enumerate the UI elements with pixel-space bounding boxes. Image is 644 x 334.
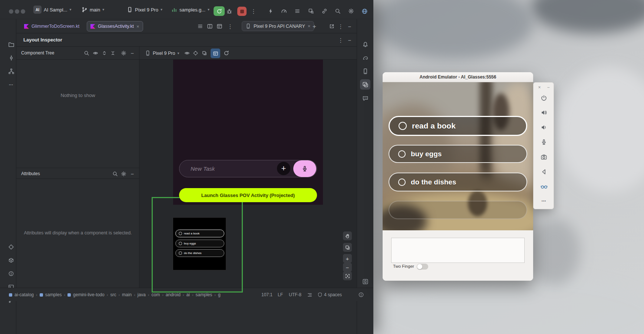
volume-down-button[interactable] <box>539 122 549 133</box>
device-mirroring-button[interactable] <box>320 7 329 16</box>
launch-glasses-button[interactable]: Launch Glasses POV Activity (Projected) <box>179 188 317 202</box>
project-tool-button[interactable] <box>6 39 16 50</box>
layer-spacing-button[interactable] <box>343 243 352 252</box>
zoom-in-button[interactable]: + <box>343 254 352 263</box>
hide-device-pane-button[interactable]: − <box>345 22 354 31</box>
device-selector-widget[interactable]: Pixel 9 Pro ▾ <box>125 5 165 14</box>
inspections-widget[interactable] <box>358 288 364 301</box>
search-everywhere-button[interactable] <box>333 7 342 16</box>
stop-button[interactable] <box>237 7 247 16</box>
emulator-mic-button[interactable] <box>539 137 549 147</box>
assistant-tool-button[interactable] <box>360 93 370 103</box>
close-tab-icon[interactable]: × <box>136 24 139 29</box>
glasses-todo-item[interactable]: do the dishes <box>175 249 224 257</box>
inspector-device-selector[interactable]: Pixel 9 Pro ▾ <box>143 49 181 58</box>
breadcrumb-item[interactable]: gemini-live-todo <box>73 292 105 297</box>
attach-debugger-button[interactable] <box>266 7 275 16</box>
toolbar-more-button[interactable]: ⋮ <box>249 7 258 16</box>
project-widget[interactable]: AI AI Sampl... ▾ <box>31 5 74 14</box>
preview-layout-button[interactable] <box>215 22 224 31</box>
running-device-tab[interactable]: Pixel 9 Pro API CANARY × <box>242 21 314 31</box>
close-toolbar-button[interactable]: × <box>536 84 542 90</box>
volume-up-button[interactable] <box>539 107 549 118</box>
more-tools-button[interactable]: ••• <box>6 79 16 90</box>
emulator-back-button[interactable] <box>539 167 549 177</box>
zoom-to-fit-button[interactable] <box>343 271 352 280</box>
run-config-widget[interactable]: samples.g... ▾ <box>169 5 212 14</box>
close-window-button[interactable] <box>9 9 13 14</box>
tab-glassesactivity[interactable]: GlassesActivity.kt × <box>87 21 143 31</box>
commit-tool-button[interactable] <box>6 53 16 63</box>
breadcrumb-item[interactable]: g <box>218 292 221 297</box>
breadcrumb-item[interactable]: ai-catalog <box>14 292 34 297</box>
hide-inspector-button[interactable]: − <box>345 36 354 44</box>
todo-item[interactable]: do the dishes <box>389 173 527 191</box>
device-manager-button[interactable] <box>360 66 370 76</box>
tree-search-button[interactable] <box>82 49 91 57</box>
maximize-window-button[interactable] <box>21 9 25 14</box>
encoding-indicator[interactable]: UTF-8 <box>289 288 301 301</box>
todo-item-selected[interactable]: read a book <box>389 116 527 136</box>
add-task-button[interactable]: + <box>277 162 290 175</box>
device-pane-options-button[interactable]: ⋮ <box>336 22 345 31</box>
tree-filter-button[interactable] <box>91 49 100 57</box>
breadcrumb-item[interactable]: com <box>151 292 160 297</box>
meet-tool-button[interactable] <box>6 242 16 252</box>
glasses-todo-item[interactable]: buy eggs <box>175 240 224 247</box>
profiler-button[interactable] <box>280 7 288 16</box>
open-in-window-button[interactable] <box>327 22 336 31</box>
trackpad-area[interactable] <box>391 238 525 263</box>
app-inspection-button[interactable] <box>307 7 316 16</box>
todo-item[interactable]: buy eggs <box>389 145 527 163</box>
hide-attributes-button[interactable]: − <box>128 169 137 178</box>
structure-tool-button[interactable] <box>6 66 16 76</box>
voice-input-button[interactable] <box>293 160 316 177</box>
todo-checkbox-icon[interactable] <box>398 150 406 158</box>
logcat-button[interactable] <box>293 7 302 16</box>
two-finger-toggle[interactable] <box>417 264 428 270</box>
profile-button[interactable] <box>360 7 369 16</box>
tab-options-button[interactable]: ⋮ <box>226 22 235 31</box>
minimize-window-button[interactable] <box>15 9 19 14</box>
expand-all-button[interactable] <box>100 49 109 57</box>
layout-inspector-tool-button[interactable] <box>360 79 370 90</box>
rerun-button[interactable] <box>214 6 225 16</box>
split-editor-button[interactable] <box>205 22 214 31</box>
hide-tree-button[interactable]: − <box>128 49 137 57</box>
breadcrumb-item[interactable]: samples <box>196 292 212 297</box>
notifications-button[interactable] <box>360 39 370 50</box>
emulator-titlebar[interactable]: Android Emulator - AI_Glasses:5556 <box>383 72 533 82</box>
tab-glimmertodoscreen[interactable]: GlimmerToDoScreen.kt <box>21 21 83 31</box>
attributes-search-button[interactable] <box>110 169 119 178</box>
view-options-button[interactable] <box>182 49 191 57</box>
editor-list-button[interactable] <box>196 22 205 31</box>
zoom-out-button[interactable]: − <box>343 263 352 272</box>
add-device-tab-button[interactable]: + <box>310 22 319 31</box>
breadcrumb-item[interactable]: samples <box>45 292 62 297</box>
breadcrumb-item[interactable]: ai <box>186 292 190 297</box>
toggle-3d-mode-button[interactable] <box>211 49 220 58</box>
breadcrumb-item[interactable]: java <box>138 292 146 297</box>
breadcrumb-item[interactable]: android <box>166 292 181 297</box>
breadcrumb-item[interactable]: src <box>110 292 116 297</box>
minimize-toolbar-button[interactable]: − <box>545 84 551 90</box>
indent-indicator[interactable]: 4 spaces <box>317 288 342 301</box>
refresh-view-button[interactable] <box>222 49 231 57</box>
collapse-all-button[interactable] <box>108 49 117 57</box>
emulator-power-button[interactable] <box>539 93 549 103</box>
todo-checkbox-icon[interactable] <box>399 122 407 130</box>
glasses-mode-button[interactable] <box>539 181 549 191</box>
emulator-screen[interactable]: read a book buy eggs do the dishes <box>383 82 533 230</box>
dependencies-tool-button[interactable] <box>6 255 16 265</box>
tree-settings-button[interactable] <box>119 49 128 57</box>
inspector-options-button[interactable]: ⋮ <box>336 36 345 44</box>
vcs-branch-widget[interactable]: main ▾ <box>79 5 106 14</box>
emulator-more-button[interactable]: ••• <box>539 196 549 206</box>
attributes-settings-button[interactable] <box>119 169 128 178</box>
running-devices-button[interactable] <box>360 276 370 287</box>
select-component-button[interactable] <box>191 49 200 57</box>
line-ending-indicator[interactable]: LF <box>278 288 283 301</box>
snapshot-button[interactable] <box>200 49 209 57</box>
cursor-position[interactable]: 107:1 <box>261 288 273 301</box>
indent-options-button[interactable] <box>307 288 313 301</box>
